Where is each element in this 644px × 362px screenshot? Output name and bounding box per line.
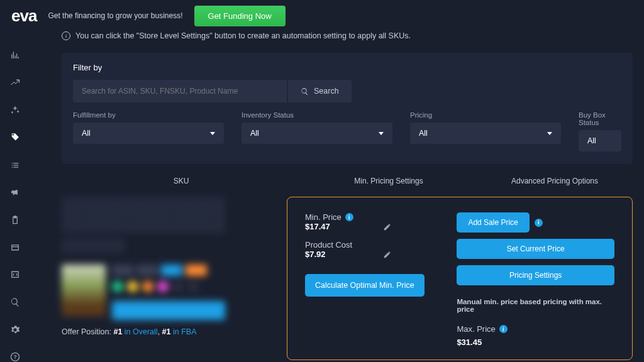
gear-icon[interactable] — [9, 325, 21, 335]
filter-panel: Filter by Search Fulfillment by All Inve… — [62, 53, 633, 164]
list-icon[interactable] — [9, 160, 21, 170]
set-current-price-button[interactable]: Set Current Price — [457, 239, 614, 259]
buybox-select[interactable]: All — [579, 130, 621, 151]
get-funding-button[interactable]: Get Funding Now — [194, 6, 286, 26]
funding-text: Get the financing to grow your business! — [48, 11, 182, 20]
column-advanced: Advanced Pricing Options — [477, 177, 633, 185]
trend-up-icon[interactable] — [9, 78, 21, 88]
buybox-label: Buy Box Status — [579, 111, 621, 126]
pricing-settings-button[interactable]: Pricing Settings — [457, 265, 614, 285]
info-tip-icon[interactable]: i — [499, 325, 508, 333]
product-info-blurred — [62, 197, 275, 320]
min-price-label: Min. Pricei — [305, 212, 431, 222]
card-icon[interactable] — [9, 243, 21, 253]
search-icon[interactable] — [9, 297, 21, 307]
column-min-pricing: Min. Pricing Settings — [301, 177, 477, 185]
offer-position: Offer Position: #1 in Overall, #1 in FBA — [62, 327, 275, 336]
code-icon[interactable] — [9, 270, 21, 280]
clipboard-icon[interactable] — [9, 215, 21, 225]
product-cost-value: $7.92 — [305, 250, 374, 259]
inventory-label: Inventory Status — [242, 111, 392, 119]
edit-product-cost-icon[interactable] — [383, 250, 392, 259]
column-sku: SKU — [62, 177, 301, 185]
pricing-panel: Min. Pricei $17.47 Product Cost $7.92 — [287, 197, 633, 360]
search-button[interactable]: Search — [288, 80, 352, 102]
inventory-select[interactable]: All — [242, 123, 392, 144]
pricing-select[interactable]: All — [410, 123, 561, 144]
magnify-icon — [301, 87, 309, 96]
fulfillment-label: Fulfillment by — [73, 111, 224, 119]
min-price-value: $17.47 — [305, 222, 374, 231]
sparkle-icon[interactable] — [9, 105, 21, 115]
pricing-note: Manual min. price based pricing with max… — [457, 298, 614, 313]
megaphone-icon[interactable] — [9, 187, 21, 197]
chevron-down-icon — [547, 132, 552, 135]
pricing-label: Pricing — [410, 111, 561, 119]
info-tip-icon[interactable]: i — [345, 213, 353, 221]
search-input[interactable] — [73, 80, 287, 102]
sidebar: ? — [0, 31, 30, 362]
svg-text:?: ? — [13, 354, 16, 360]
logo: eva — [11, 6, 36, 26]
info-text: You can click the "Store Level Settings"… — [75, 31, 411, 40]
max-price-value: $31.45 — [457, 337, 614, 347]
chevron-down-icon — [210, 132, 215, 135]
chart-bar-icon[interactable] — [9, 50, 21, 60]
edit-min-price-icon[interactable] — [383, 222, 392, 231]
fulfillment-select[interactable]: All — [73, 123, 224, 144]
calculate-optimal-button[interactable]: Calculate Optimal Min. Price — [305, 274, 425, 297]
max-price-label: Max. Pricei — [457, 324, 614, 334]
tag-icon[interactable] — [9, 133, 21, 143]
help-icon[interactable]: ? — [9, 352, 21, 362]
chevron-down-icon — [379, 132, 384, 135]
info-icon: i — [62, 31, 70, 40]
add-sale-price-button[interactable]: Add Sale Price — [457, 212, 529, 233]
product-cost-label: Product Cost — [305, 240, 431, 250]
info-tip-icon[interactable]: i — [535, 219, 543, 227]
filter-title: Filter by — [73, 63, 621, 72]
